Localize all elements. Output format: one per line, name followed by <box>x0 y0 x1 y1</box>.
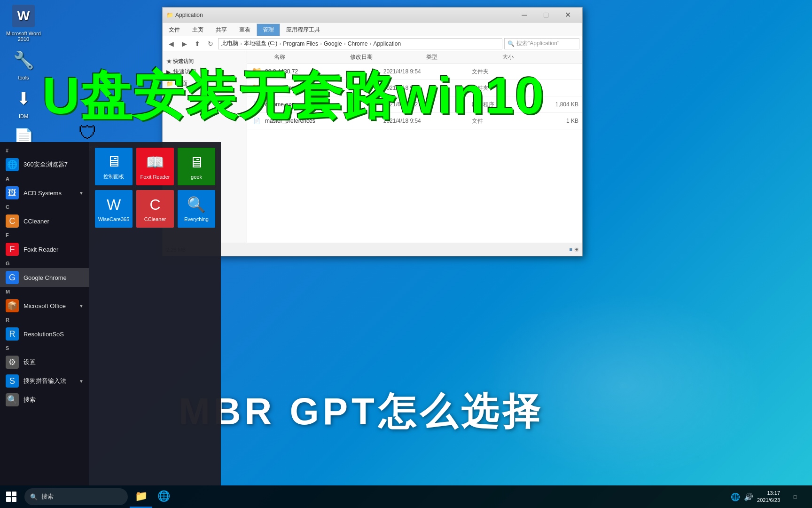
app-icon-chrome: G <box>6 271 19 284</box>
app-item-acd[interactable]: 🖼 ACD Systems ▼ <box>0 183 89 202</box>
app-icon-acd: 🖼 <box>6 186 19 199</box>
expand-icon-msoffice: ▼ <box>79 303 84 309</box>
app-label-resolution: ResolutionSoS <box>23 331 64 338</box>
folder-icon-small: 📁 <box>166 12 173 18</box>
back-button[interactable]: ◀ <box>165 38 177 49</box>
ccleaner-tile-icon: C <box>149 196 160 214</box>
desktop-icon-tools[interactable]: 🔧 tools <box>5 49 42 80</box>
search-icon: 🔍 <box>508 40 515 47</box>
view-toggle: ≡ ⊞ <box>570 246 578 253</box>
up-button[interactable]: ⬆ <box>192 38 203 49</box>
path-programfiles: Program Files <box>283 40 318 47</box>
taskbar-clock[interactable]: 13:17 2021/6/23 <box>757 490 780 504</box>
app-label-acd: ACD Systems <box>23 190 62 197</box>
group-a: A <box>0 174 89 183</box>
tab-share[interactable]: 共享 <box>210 24 233 36</box>
app-icon-ccleaner: C <box>6 214 19 228</box>
address-bar: ◀ ▶ ⬆ ↻ 此电脑 › 本地磁盘 (C:) › Program Files … <box>163 36 582 51</box>
app-item-resolution[interactable]: R ResolutionSoS <box>0 325 89 343</box>
big-title: U盘安装无套路win10 <box>42 61 545 131</box>
windows-logo-icon <box>6 492 16 502</box>
desktop-icon-word[interactable]: W Microsoft Word 2010 <box>5 5 42 42</box>
maximize-button[interactable]: □ <box>535 8 557 23</box>
list-view-icon[interactable]: ≡ <box>570 246 572 253</box>
path-drive: 本地磁盘 (C:) <box>244 40 277 48</box>
taskbar-app-chrome[interactable]: 🌐 <box>152 485 175 508</box>
app-icon-360: 🌐 <box>6 158 19 171</box>
desktop-icon-area: W Microsoft Word 2010 🔧 tools ⬇ IDM 📄 说明 <box>5 5 42 159</box>
group-c: C <box>0 202 89 212</box>
app-item-msoffice[interactable]: 📦 Microsoft Office ▼ <box>0 296 89 315</box>
tab-view[interactable]: 查看 <box>233 24 257 36</box>
taskbar: 🔍 搜索 📁 🌐 🌐 🔊 13:17 2021/6/23 □ <box>0 485 812 508</box>
desktop-icon-idm-label: IDM <box>19 113 28 119</box>
everything-icon: 🔍 <box>187 196 206 214</box>
path-application: Application <box>373 40 401 47</box>
app-item-chrome[interactable]: G Google Chrome <box>0 268 89 287</box>
app-label-search: 搜索 <box>23 396 36 404</box>
col-name: 名称 <box>274 53 350 61</box>
tile-ccleaner[interactable]: C CCleaner <box>136 190 174 228</box>
app-item-foxit[interactable]: F Foxit Reader <box>0 240 89 259</box>
network-icon[interactable]: 🌐 <box>731 492 740 501</box>
app-icon-msoffice: 📦 <box>6 299 19 312</box>
group-hash: # <box>0 146 89 155</box>
refresh-button[interactable]: ↻ <box>205 38 216 49</box>
window-controls: ─ □ ✕ <box>514 8 578 23</box>
desktop-bg <box>483 292 765 480</box>
app-item-search[interactable]: 🔍 搜索 <box>0 390 89 409</box>
app-label-foxit: Foxit Reader <box>23 246 58 253</box>
start-button[interactable] <box>0 485 23 508</box>
notification-area[interactable]: □ <box>784 485 806 508</box>
taskbar-app-explorer[interactable]: 📁 <box>130 485 152 508</box>
group-g: G <box>0 259 89 268</box>
tile-everything[interactable]: 🔍 Everything <box>178 190 215 228</box>
address-path[interactable]: 此电脑 › 本地磁盘 (C:) › Program Files › Google… <box>218 38 502 49</box>
app-label-360: 360安全浏览器7 <box>23 160 68 169</box>
app-item-360[interactable]: 🌐 360安全浏览器7 <box>0 155 89 174</box>
close-button[interactable]: ✕ <box>557 8 578 23</box>
tab-home[interactable]: 主页 <box>186 24 210 36</box>
taskbar-search[interactable]: 🔍 搜索 <box>24 488 128 505</box>
col-date: 修改日期 <box>350 53 426 61</box>
minimize-button[interactable]: ─ <box>514 8 535 23</box>
taskbar-search-placeholder: 搜索 <box>41 492 54 501</box>
app-label-ccleaner: CCleaner <box>23 218 49 225</box>
group-m: M <box>0 287 89 296</box>
taskbar-search-icon: 🔍 <box>30 493 38 500</box>
start-menu-tiles: 🖥 控制面板 📖 Foxit Reader 🖥 geek W WiseCare3… <box>89 142 221 485</box>
explorer-ribbon: 文件 主页 共享 查看 管理 应用程序工具 <box>163 23 582 36</box>
app-item-sogou[interactable]: S 搜狗拼音输入法 ▼ <box>0 372 89 390</box>
tab-manage[interactable]: 管理 <box>257 24 280 36</box>
tile-geek[interactable]: 🖥 geek <box>178 148 215 185</box>
geek-icon: 🖥 <box>189 154 204 171</box>
subtitle: MBR GPT怎么选择 <box>179 387 544 437</box>
app-item-settings[interactable]: ⚙ 设置 <box>0 353 89 372</box>
idm-icon: ⬇ <box>12 87 35 110</box>
tile-geek-label: geek <box>191 174 202 180</box>
path-google: Google <box>324 40 342 47</box>
search-box[interactable]: 🔍 搜索"Application" <box>504 38 579 49</box>
tile-control-panel[interactable]: 🖥 控制面板 <box>95 148 133 185</box>
tab-file[interactable]: 文件 <box>163 24 186 36</box>
app-item-ccleaner[interactable]: C CCleaner <box>0 212 89 230</box>
expand-icon-acd: ▼ <box>79 190 84 196</box>
forward-button[interactable]: ▶ <box>179 38 190 49</box>
explorer-taskbar-icon: 📁 <box>135 490 148 502</box>
explorer-statusbar: 2.28 MB ≡ ⊞ <box>163 243 582 256</box>
tile-ccleaner-label: CCleaner <box>144 216 166 222</box>
tab-app-tools[interactable]: 应用程序工具 <box>280 24 326 36</box>
tiles-row-1: 🖥 控制面板 📖 Foxit Reader 🖥 geek <box>95 148 215 185</box>
tile-wisecare[interactable]: W WiseCare365 <box>95 190 133 228</box>
desktop-icon-idm[interactable]: ⬇ IDM <box>5 87 42 119</box>
col-type: 类型 <box>426 53 502 61</box>
taskbar-tray: 🌐 🔊 13:17 2021/6/23 □ <box>725 485 812 508</box>
volume-icon[interactable]: 🔊 <box>744 492 753 501</box>
tiles-row-2: W WiseCare365 C CCleaner 🔍 Everything <box>95 190 215 228</box>
detail-view-icon[interactable]: ⊞ <box>574 246 578 253</box>
clock-date: 2021/6/23 <box>757 497 780 504</box>
tile-control-label: 控制面板 <box>103 173 124 180</box>
tile-foxit[interactable]: 📖 Foxit Reader <box>136 148 174 185</box>
control-panel-icon: 🖥 <box>106 153 121 170</box>
ribbon-tabs: 文件 主页 共享 查看 管理 应用程序工具 <box>163 23 582 36</box>
